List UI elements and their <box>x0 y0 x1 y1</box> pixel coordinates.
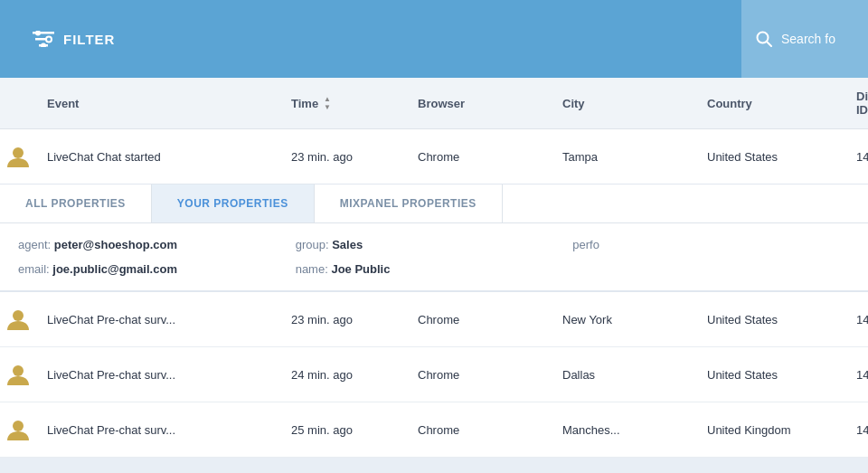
prop-perfo: perfo <box>572 238 850 251</box>
prop-agent-key: agent: <box>18 238 54 251</box>
event-browser: Chrome <box>407 423 552 437</box>
prop-agent: agent: peter@shoeshop.com <box>18 238 296 251</box>
event-time: 23 min. ago <box>280 150 407 164</box>
svg-point-5 <box>41 43 46 48</box>
event-country: United States <box>696 368 845 382</box>
tab-your-properties[interactable]: YOUR PROPERTIES <box>152 184 315 222</box>
prop-group: group: Sales <box>296 238 573 251</box>
avatar <box>0 402 36 457</box>
svg-point-3 <box>35 31 41 36</box>
svg-line-7 <box>767 42 771 46</box>
table-row[interactable]: LiveChat Chat started 23 min. ago Chrome… <box>0 129 868 292</box>
prop-name-key: name: <box>296 262 332 276</box>
person-icon <box>5 307 31 332</box>
event-browser: Chrome <box>407 368 552 382</box>
tabs-bar: ALL PROPERTIES YOUR PROPERTIES MIXPANEL … <box>0 184 868 223</box>
event-city: Dallas <box>552 368 696 382</box>
event-browser: Chrome <box>407 150 552 164</box>
avatar <box>0 129 36 184</box>
event-city: Manches... <box>552 423 696 437</box>
filter-label: FILTER <box>63 32 115 47</box>
event-time: 25 min. ago <box>280 423 407 437</box>
filter-icon <box>33 31 54 47</box>
event-city: Tampa <box>552 150 696 164</box>
prop-email-val: joe.public@gmail.com <box>52 262 177 276</box>
tab-mixpanel-properties[interactable]: MIXPANEL PROPERTIES <box>315 184 503 222</box>
event-time: 24 min. ago <box>280 368 407 382</box>
avatar <box>0 347 36 402</box>
prop-perfo-key: perfo <box>572 238 599 251</box>
prop-email-key: email: <box>18 262 52 276</box>
event-time: 23 min. ago <box>280 313 407 326</box>
person-icon <box>5 144 31 169</box>
svg-point-9 <box>13 310 24 321</box>
prop-name-val: Joe Public <box>331 262 390 276</box>
table-header: Event Time ▲ ▼ Browser City Country Dist… <box>0 78 868 129</box>
event-distinct-id: 14f501cd3 <box>845 423 868 437</box>
event-name: LiveChat Pre-chat surv... <box>36 313 280 326</box>
search-box[interactable]: Search fo <box>741 0 868 78</box>
th-time[interactable]: Time ▲ ▼ <box>280 96 407 111</box>
event-distinct-id: 14f501cd3 <box>845 368 868 382</box>
prop-name: name: Joe Public <box>296 262 573 276</box>
prop-group-key: group: <box>296 238 332 251</box>
filter-button[interactable]: FILTER <box>18 22 129 56</box>
expanded-panel: ALL PROPERTIES YOUR PROPERTIES MIXPANEL … <box>0 184 868 291</box>
event-country: United States <box>696 313 845 326</box>
svg-point-4 <box>46 37 52 43</box>
svg-point-11 <box>13 421 24 431</box>
event-browser: Chrome <box>407 313 552 326</box>
events-table: Event Time ▲ ▼ Browser City Country Dist… <box>0 78 868 458</box>
header: FILTER Search fo <box>0 0 868 78</box>
tab-all-properties[interactable]: ALL PROPERTIES <box>0 184 152 222</box>
th-event: Event <box>36 97 280 110</box>
th-country: Country <box>696 97 845 110</box>
event-distinct-id: 14f501cd3 <box>845 150 868 164</box>
avatar <box>0 292 36 346</box>
prop-agent-val: peter@shoeshop.com <box>54 238 177 251</box>
event-name: LiveChat Chat started <box>36 136 280 178</box>
table-row[interactable]: LiveChat Pre-chat surv... 25 min. ago Ch… <box>0 402 868 458</box>
person-icon <box>5 362 31 387</box>
search-placeholder: Search fo <box>781 32 835 46</box>
person-icon <box>5 417 31 442</box>
th-distinct-id: Distinct ID <box>845 90 868 117</box>
table-row[interactable]: LiveChat Pre-chat surv... 23 min. ago Ch… <box>0 292 868 347</box>
prop-email: email: joe.public@gmail.com <box>18 262 296 276</box>
event-name: LiveChat Pre-chat surv... <box>36 368 280 382</box>
search-icon <box>756 31 772 47</box>
th-city: City <box>552 97 696 110</box>
event-country: United States <box>696 150 845 164</box>
event-country: United Kingdom <box>696 423 845 437</box>
table-row[interactable]: LiveChat Pre-chat surv... 24 min. ago Ch… <box>0 347 868 402</box>
event-distinct-id: 14f501cd3 <box>845 313 868 326</box>
tab-content: agent: peter@shoeshop.com group: Sales p… <box>0 223 868 290</box>
event-name: LiveChat Pre-chat surv... <box>36 423 280 437</box>
svg-point-10 <box>13 365 24 376</box>
prop-group-val: Sales <box>332 238 363 251</box>
svg-point-8 <box>13 147 24 158</box>
event-city: New York <box>552 313 696 326</box>
sort-arrows: ▲ ▼ <box>324 96 331 111</box>
th-browser: Browser <box>407 97 552 110</box>
